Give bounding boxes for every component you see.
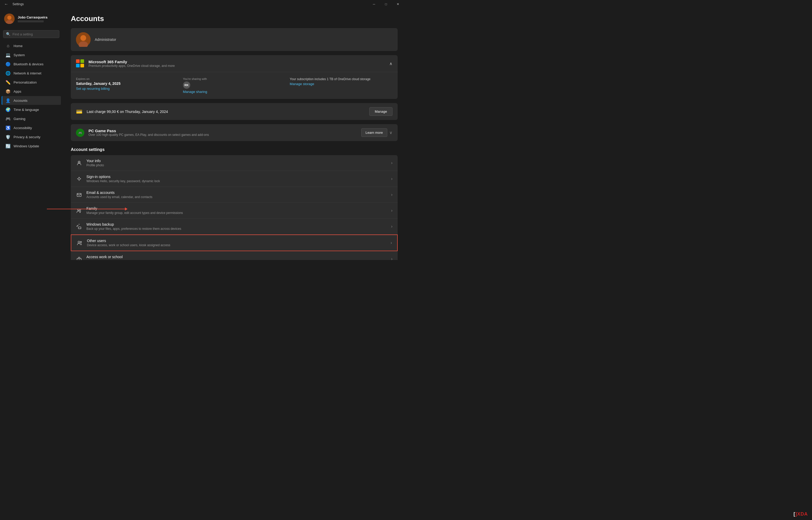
nav-list: ⌂ Home 💻 System 🔵 Bluetooth & devices 🌐 … — [0, 41, 62, 151]
titlebar: ← Settings ─ □ ✕ — [0, 0, 406, 8]
app-title: Settings — [12, 2, 24, 6]
row-title-other-users: Other users — [87, 239, 170, 243]
titlebar-controls: ─ □ ✕ — [368, 0, 404, 8]
minimize-button[interactable]: ─ — [368, 0, 380, 8]
sidebar-item-update[interactable]: 🔄 Windows Update — [2, 141, 61, 151]
page-title: Accounts — [71, 15, 398, 23]
nav-label-accessibility: Accessibility — [14, 126, 32, 130]
nav-label-update: Windows Update — [14, 144, 39, 148]
chevron-right-icon-your-info: › — [391, 161, 392, 165]
row-desc-your-info: Profile photo — [86, 163, 104, 167]
sharing-link[interactable]: Manage sharing — [183, 90, 286, 94]
row-left-sign-in: Sign-in options Windows Hello, security … — [76, 175, 160, 183]
search-icon: 🔍 — [6, 32, 10, 36]
search-input[interactable] — [12, 32, 56, 36]
nav-label-system: System — [14, 53, 25, 57]
sidebar-item-personalization[interactable]: ✏️ Personalization — [2, 78, 61, 87]
user-account-bar — [18, 20, 44, 22]
gamepass-title: PC Game Pass — [88, 129, 209, 133]
nav-label-home: Home — [14, 44, 23, 48]
expires-value: Saturday, January 4, 2025 — [76, 81, 179, 86]
settings-row-backup[interactable]: Windows backup Back up your files, apps,… — [71, 218, 398, 234]
row-desc-other-users: Device access, work or school users, kio… — [87, 243, 170, 247]
chevron-right-icon-work-school: › — [391, 257, 392, 260]
storage-link[interactable]: Manage storage — [290, 82, 392, 86]
user-profile: João Carrasqueira — [0, 10, 62, 27]
settings-row-email[interactable]: Email & accounts Accounts used by email,… — [71, 187, 398, 203]
close-button[interactable]: ✕ — [392, 0, 404, 8]
row-title-family: Family — [86, 206, 183, 211]
sidebar-item-privacy[interactable]: 🛡️ Privacy & security — [2, 132, 61, 141]
svg-point-4 — [80, 35, 86, 41]
nav-icon-time: 🌍 — [6, 107, 10, 112]
row-text-family: Family Manage your family group, edit ac… — [86, 206, 183, 215]
manage-charge-button[interactable]: Manage — [369, 107, 392, 116]
svg-text:🎮: 🎮 — [78, 131, 82, 135]
nav-label-network: Network & internet — [14, 71, 42, 75]
sharing-section: You're sharing with RK Manage sharing — [183, 77, 286, 94]
settings-row-work-school[interactable]: Access work or school Organization resou… — [71, 251, 398, 260]
m365-icon — [76, 59, 84, 68]
svg-rect-11 — [77, 193, 81, 197]
row-icon-backup — [76, 223, 82, 230]
sidebar-item-system[interactable]: 💻 System — [2, 51, 61, 59]
row-icon-work-school — [76, 256, 82, 260]
settings-row-other-users[interactable]: Other users Device access, work or schoo… — [71, 234, 398, 251]
row-left-work-school: Access work or school Organization resou… — [76, 255, 160, 260]
settings-row-family[interactable]: Family Manage your family group, edit ac… — [71, 203, 398, 218]
subscription-text: Microsoft 365 Family Premium productivit… — [88, 60, 175, 68]
settings-list: Your info Profile photo › Sign-in option… — [71, 155, 398, 260]
gamepass-icon: 🎮 — [76, 129, 84, 137]
gamepass-left: 🎮 PC Game Pass Over 100 high-quality PC … — [76, 129, 209, 137]
sidebar-item-home[interactable]: ⌂ Home — [2, 42, 61, 50]
sub-title: Microsoft 365 Family — [88, 60, 175, 64]
search-box[interactable]: 🔍 — [3, 30, 59, 38]
row-text-email: Email & accounts Accounts used by email,… — [86, 190, 152, 199]
sidebar-item-accounts[interactable]: 👤 Accounts — [2, 96, 61, 105]
nav-icon-accounts: 👤 — [6, 98, 10, 103]
row-icon-other-users — [77, 240, 83, 246]
svg-point-13 — [79, 209, 81, 211]
svg-point-16 — [80, 241, 82, 243]
nav-icon-system: 💻 — [6, 53, 10, 57]
nav-label-accounts: Accounts — [14, 99, 27, 103]
settings-row-your-info[interactable]: Your info Profile photo › — [71, 155, 398, 171]
maximize-button[interactable]: □ — [380, 0, 392, 8]
nav-icon-gaming: 🎮 — [6, 116, 10, 121]
user-name: João Carrasqueira — [18, 15, 47, 19]
charge-text: Last charge 99,00 € on Thursday, January… — [87, 109, 168, 114]
charge-row: 💳 Last charge 99,00 € on Thursday, Janua… — [71, 103, 398, 120]
settings-row-sign-in[interactable]: Sign-in options Windows Hello, security … — [71, 171, 398, 187]
sidebar-item-network[interactable]: 🌐 Network & internet — [2, 69, 61, 78]
row-title-sign-in: Sign-in options — [86, 175, 160, 179]
nav-label-personalization: Personalization — [14, 80, 37, 84]
svg-point-1 — [7, 16, 11, 20]
sidebar-item-time[interactable]: 🌍 Time & language — [2, 105, 61, 114]
row-title-work-school: Access work or school — [86, 255, 160, 259]
svg-point-10 — [78, 178, 80, 180]
row-icon-family — [76, 207, 82, 214]
sidebar-item-gaming[interactable]: 🎮 Gaming — [2, 114, 61, 123]
sidebar-item-accessibility[interactable]: ♿ Accessibility — [2, 123, 61, 132]
svg-rect-9 — [78, 162, 80, 164]
gamepass-chevron-icon: ∨ — [389, 130, 392, 135]
subscription-body: Expires on Saturday, January 4, 2025 Set… — [71, 72, 398, 99]
subscription-header-left: Microsoft 365 Family Premium productivit… — [76, 59, 175, 68]
account-header-card: Administrator — [71, 28, 398, 51]
account-role: Administrator — [95, 37, 116, 42]
learn-more-button[interactable]: Learn more — [361, 128, 387, 137]
billing-link[interactable]: Set up recurring billing — [76, 87, 179, 90]
nav-icon-home: ⌂ — [6, 44, 10, 48]
sidebar-item-bluetooth[interactable]: 🔵 Bluetooth & devices — [2, 60, 61, 69]
sub-desc: Premium productivity apps, OneDrive clou… — [88, 64, 175, 68]
row-desc-sign-in: Windows Hello, security key, password, d… — [86, 179, 160, 183]
nav-icon-privacy: 🛡️ — [6, 134, 10, 139]
subscription-header[interactable]: Microsoft 365 Family Premium productivit… — [71, 55, 398, 72]
storage-section: Your subscription includes 1 TB of OneDr… — [290, 77, 392, 94]
nav-icon-accessibility: ♿ — [6, 126, 10, 130]
row-icon-email — [76, 191, 82, 198]
row-desc-family: Manage your family group, edit account t… — [86, 211, 183, 215]
sidebar-item-apps[interactable]: 📦 Apps — [2, 87, 61, 96]
back-button[interactable]: ← — [2, 1, 10, 7]
expires-label: Expires on — [76, 77, 179, 80]
